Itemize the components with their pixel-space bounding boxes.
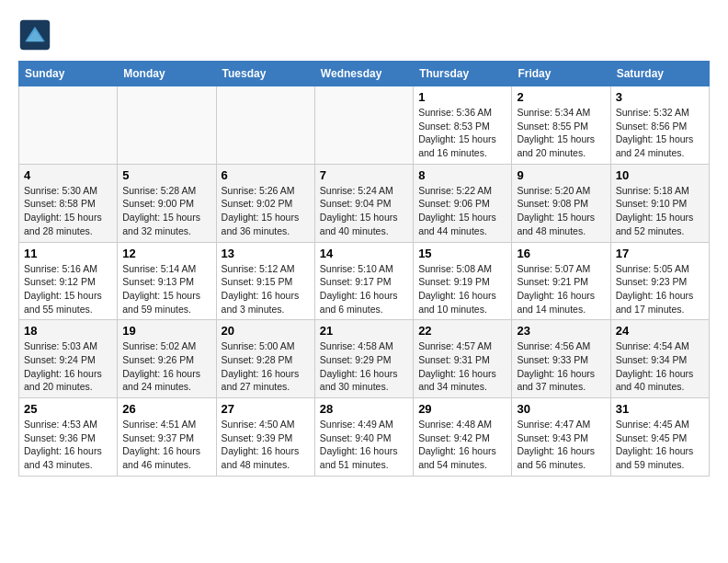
calendar-cell-w5d3: 27Sunrise: 4:50 AMSunset: 9:39 PMDayligh… [216,398,314,477]
day-number: 21 [320,324,408,338]
calendar-cell-w3d3: 13Sunrise: 5:12 AMSunset: 9:15 PMDayligh… [216,242,314,320]
day-number: 2 [517,90,605,104]
day-info: Sunrise: 5:00 AMSunset: 9:28 PMDaylight:… [222,339,310,394]
calendar-cell-w5d4: 28Sunrise: 4:49 AMSunset: 9:40 PMDayligh… [314,398,413,477]
day-info: Sunrise: 5:02 AMSunset: 9:26 PMDaylight:… [122,339,210,394]
calendar-cell-w2d7: 10Sunrise: 5:18 AMSunset: 9:10 PMDayligh… [610,164,709,242]
day-info: Sunrise: 4:50 AMSunset: 9:39 PMDaylight:… [222,418,310,472]
day-number: 3 [616,90,704,104]
day-number: 29 [418,402,506,416]
day-info: Sunrise: 4:48 AMSunset: 9:42 PMDaylight:… [418,418,506,472]
week-row-3: 11Sunrise: 5:16 AMSunset: 9:12 PMDayligh… [19,242,710,320]
day-number: 1 [418,90,506,104]
day-number: 20 [222,324,310,338]
calendar-cell-w2d5: 8Sunrise: 5:22 AMSunset: 9:06 PMDaylight… [414,164,512,242]
day-number: 14 [320,247,408,260]
calendar-cell-w1d3 [216,86,314,165]
weekday-header-saturday: Saturday [610,62,709,86]
day-number: 31 [616,402,704,416]
day-info: Sunrise: 5:34 AMSunset: 8:55 PMDaylight:… [517,106,605,160]
calendar-cell-w1d1 [19,86,118,165]
weekday-header-friday: Friday [512,62,610,86]
day-info: Sunrise: 4:47 AMSunset: 9:43 PMDaylight:… [517,418,605,472]
day-number: 30 [517,402,605,416]
calendar-cell-w5d2: 26Sunrise: 4:51 AMSunset: 9:37 PMDayligh… [118,398,216,477]
day-number: 4 [24,168,112,182]
week-row-4: 18Sunrise: 5:03 AMSunset: 9:24 PMDayligh… [19,320,710,398]
logo [18,18,57,52]
day-number: 18 [24,324,112,338]
day-info: Sunrise: 5:10 AMSunset: 9:17 PMDaylight:… [320,262,408,316]
day-number: 16 [517,247,605,260]
calendar-cell-w2d3: 6Sunrise: 5:26 AMSunset: 9:02 PMDaylight… [216,164,314,242]
day-info: Sunrise: 4:56 AMSunset: 9:33 PMDaylight:… [517,339,605,394]
day-info: Sunrise: 4:53 AMSunset: 9:36 PMDaylight:… [24,418,112,472]
weekday-header-sunday: Sunday [19,62,118,86]
weekday-header-wednesday: Wednesday [314,62,413,86]
calendar-cell-w5d1: 25Sunrise: 4:53 AMSunset: 9:36 PMDayligh… [19,398,118,477]
calendar-cell-w4d5: 22Sunrise: 4:57 AMSunset: 9:31 PMDayligh… [414,320,512,398]
page-header [18,18,710,52]
calendar-cell-w5d6: 30Sunrise: 4:47 AMSunset: 9:43 PMDayligh… [512,398,610,477]
calendar-cell-w3d5: 15Sunrise: 5:08 AMSunset: 9:19 PMDayligh… [414,242,512,320]
day-info: Sunrise: 4:54 AMSunset: 9:34 PMDaylight:… [616,339,704,394]
day-number: 10 [616,168,704,182]
day-number: 22 [418,324,506,338]
calendar-cell-w3d1: 11Sunrise: 5:16 AMSunset: 9:12 PMDayligh… [19,242,118,320]
calendar-cell-w1d7: 3Sunrise: 5:32 AMSunset: 8:56 PMDaylight… [610,86,709,165]
calendar-cell-w1d2 [118,86,216,165]
calendar-cell-w2d4: 7Sunrise: 5:24 AMSunset: 9:04 PMDaylight… [314,164,413,242]
weekday-header-monday: Monday [118,62,216,86]
calendar-cell-w4d7: 24Sunrise: 4:54 AMSunset: 9:34 PMDayligh… [610,320,709,398]
calendar-cell-w4d6: 23Sunrise: 4:56 AMSunset: 9:33 PMDayligh… [512,320,610,398]
day-info: Sunrise: 5:03 AMSunset: 9:24 PMDaylight:… [24,339,112,394]
day-number: 8 [418,168,506,182]
day-info: Sunrise: 5:07 AMSunset: 9:21 PMDaylight:… [517,262,605,316]
day-number: 13 [222,247,310,260]
day-number: 24 [616,324,704,338]
calendar-cell-w1d4 [314,86,413,165]
day-number: 15 [418,247,506,260]
day-info: Sunrise: 4:45 AMSunset: 9:45 PMDaylight:… [616,418,704,472]
logo-icon [18,18,51,52]
day-number: 11 [24,247,112,260]
week-row-5: 25Sunrise: 4:53 AMSunset: 9:36 PMDayligh… [19,398,710,477]
day-info: Sunrise: 4:58 AMSunset: 9:29 PMDaylight:… [320,339,408,394]
day-number: 17 [616,247,704,260]
day-number: 7 [320,168,408,182]
day-info: Sunrise: 5:16 AMSunset: 9:12 PMDaylight:… [24,262,112,316]
day-number: 27 [222,402,310,416]
day-info: Sunrise: 5:24 AMSunset: 9:04 PMDaylight:… [320,184,408,238]
calendar-cell-w3d7: 17Sunrise: 5:05 AMSunset: 9:23 PMDayligh… [610,242,709,320]
calendar-cell-w4d2: 19Sunrise: 5:02 AMSunset: 9:26 PMDayligh… [118,320,216,398]
calendar-cell-w4d3: 20Sunrise: 5:00 AMSunset: 9:28 PMDayligh… [216,320,314,398]
day-info: Sunrise: 5:28 AMSunset: 9:00 PMDaylight:… [122,184,210,238]
calendar-cell-w5d5: 29Sunrise: 4:48 AMSunset: 9:42 PMDayligh… [414,398,512,477]
weekday-header-row: SundayMondayTuesdayWednesdayThursdayFrid… [19,62,710,86]
day-number: 19 [122,324,210,338]
calendar-cell-w4d4: 21Sunrise: 4:58 AMSunset: 9:29 PMDayligh… [314,320,413,398]
day-number: 26 [122,402,210,416]
calendar-cell-w5d7: 31Sunrise: 4:45 AMSunset: 9:45 PMDayligh… [610,398,709,477]
day-number: 12 [122,247,210,260]
day-info: Sunrise: 4:57 AMSunset: 9:31 PMDaylight:… [418,339,506,394]
calendar-cell-w4d1: 18Sunrise: 5:03 AMSunset: 9:24 PMDayligh… [19,320,118,398]
week-row-1: 1Sunrise: 5:36 AMSunset: 8:53 PMDaylight… [19,86,710,165]
day-info: Sunrise: 4:49 AMSunset: 9:40 PMDaylight:… [320,418,408,472]
day-number: 6 [222,168,310,182]
day-info: Sunrise: 5:36 AMSunset: 8:53 PMDaylight:… [418,106,506,160]
day-info: Sunrise: 5:08 AMSunset: 9:19 PMDaylight:… [418,262,506,316]
day-number: 28 [320,402,408,416]
calendar-cell-w3d4: 14Sunrise: 5:10 AMSunset: 9:17 PMDayligh… [314,242,413,320]
day-info: Sunrise: 5:22 AMSunset: 9:06 PMDaylight:… [418,184,506,238]
calendar-cell-w3d6: 16Sunrise: 5:07 AMSunset: 9:21 PMDayligh… [512,242,610,320]
weekday-header-thursday: Thursday [414,62,512,86]
day-info: Sunrise: 5:05 AMSunset: 9:23 PMDaylight:… [616,262,704,316]
day-number: 23 [517,324,605,338]
week-row-2: 4Sunrise: 5:30 AMSunset: 8:58 PMDaylight… [19,164,710,242]
weekday-header-tuesday: Tuesday [216,62,314,86]
calendar-cell-w2d1: 4Sunrise: 5:30 AMSunset: 8:58 PMDaylight… [19,164,118,242]
day-info: Sunrise: 5:18 AMSunset: 9:10 PMDaylight:… [616,184,704,238]
day-number: 5 [122,168,210,182]
day-number: 25 [24,402,112,416]
